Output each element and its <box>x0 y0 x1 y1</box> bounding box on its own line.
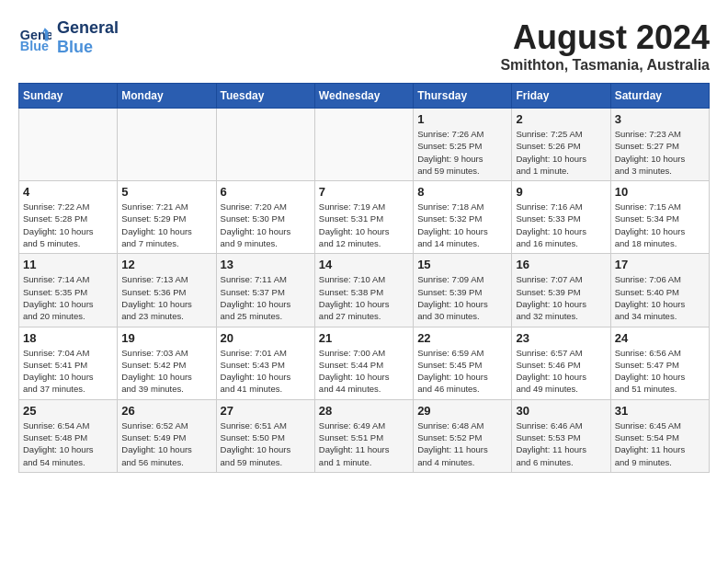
day-number: 21 <box>319 331 409 345</box>
calendar-header: SundayMondayTuesdayWednesdayThursdayFrid… <box>19 84 710 109</box>
day-info: Sunrise: 7:13 AM Sunset: 5:36 PM Dayligh… <box>121 273 211 322</box>
day-cell: 10Sunrise: 7:15 AM Sunset: 5:34 PM Dayli… <box>610 181 709 254</box>
day-info: Sunrise: 7:14 AM Sunset: 5:35 PM Dayligh… <box>23 273 113 322</box>
page-header: General Blue General Blue August 2024 Sm… <box>18 18 710 74</box>
day-cell: 20Sunrise: 7:01 AM Sunset: 5:43 PM Dayli… <box>216 327 314 399</box>
day-cell: 16Sunrise: 7:07 AM Sunset: 5:39 PM Dayli… <box>512 254 610 327</box>
day-cell <box>19 109 118 181</box>
month-title: August 2024 <box>500 18 710 57</box>
day-info: Sunrise: 7:18 AM Sunset: 5:32 PM Dayligh… <box>417 201 507 249</box>
day-info: Sunrise: 6:51 AM Sunset: 5:50 PM Dayligh… <box>221 419 311 468</box>
header-cell-monday: Monday <box>118 84 216 109</box>
day-cell: 11Sunrise: 7:14 AM Sunset: 5:35 PM Dayli… <box>19 254 118 327</box>
day-cell: 28Sunrise: 6:49 AM Sunset: 5:51 PM Dayli… <box>314 399 413 472</box>
day-info: Sunrise: 7:21 AM Sunset: 5:29 PM Dayligh… <box>121 201 211 249</box>
day-number: 22 <box>417 331 507 345</box>
day-info: Sunrise: 7:15 AM Sunset: 5:34 PM Dayligh… <box>615 201 705 249</box>
week-row-4: 18Sunrise: 7:04 AM Sunset: 5:41 PM Dayli… <box>19 327 710 399</box>
day-cell: 6Sunrise: 7:20 AM Sunset: 5:30 PM Daylig… <box>216 181 314 254</box>
day-number: 5 <box>121 185 211 199</box>
header-cell-sunday: Sunday <box>19 84 118 109</box>
day-cell <box>118 109 216 181</box>
day-info: Sunrise: 7:06 AM Sunset: 5:40 PM Dayligh… <box>615 273 705 322</box>
week-row-1: 1Sunrise: 7:26 AM Sunset: 5:25 PM Daylig… <box>19 109 710 181</box>
day-number: 20 <box>221 331 311 345</box>
day-number: 7 <box>319 185 409 199</box>
day-number: 30 <box>516 404 606 418</box>
day-info: Sunrise: 6:48 AM Sunset: 5:52 PM Dayligh… <box>417 419 507 468</box>
week-row-5: 25Sunrise: 6:54 AM Sunset: 5:48 PM Dayli… <box>19 399 710 472</box>
day-number: 8 <box>417 185 507 199</box>
day-cell <box>314 109 413 181</box>
day-number: 15 <box>417 258 507 271</box>
header-cell-tuesday: Tuesday <box>216 84 314 109</box>
day-cell: 29Sunrise: 6:48 AM Sunset: 5:52 PM Dayli… <box>414 399 512 472</box>
day-number: 12 <box>121 258 211 271</box>
day-cell: 27Sunrise: 6:51 AM Sunset: 5:50 PM Dayli… <box>216 399 314 472</box>
calendar-body: 1Sunrise: 7:26 AM Sunset: 5:25 PM Daylig… <box>19 109 710 473</box>
header-cell-wednesday: Wednesday <box>314 84 413 109</box>
day-info: Sunrise: 7:22 AM Sunset: 5:28 PM Dayligh… <box>23 201 113 249</box>
day-cell: 22Sunrise: 6:59 AM Sunset: 5:45 PM Dayli… <box>414 327 512 399</box>
header-row: SundayMondayTuesdayWednesdayThursdayFrid… <box>19 84 710 109</box>
day-info: Sunrise: 6:49 AM Sunset: 5:51 PM Dayligh… <box>319 419 409 468</box>
day-number: 10 <box>615 185 705 199</box>
logo-icon: General Blue <box>18 21 51 54</box>
day-cell: 5Sunrise: 7:21 AM Sunset: 5:29 PM Daylig… <box>118 181 216 254</box>
day-cell: 12Sunrise: 7:13 AM Sunset: 5:36 PM Dayli… <box>118 254 216 327</box>
day-cell: 26Sunrise: 6:52 AM Sunset: 5:49 PM Dayli… <box>118 399 216 472</box>
day-cell: 18Sunrise: 7:04 AM Sunset: 5:41 PM Dayli… <box>19 327 118 399</box>
day-info: Sunrise: 7:20 AM Sunset: 5:30 PM Dayligh… <box>221 201 311 249</box>
day-cell: 21Sunrise: 7:00 AM Sunset: 5:44 PM Dayli… <box>314 327 413 399</box>
day-cell: 15Sunrise: 7:09 AM Sunset: 5:39 PM Dayli… <box>414 254 512 327</box>
logo: General Blue General Blue <box>18 18 119 57</box>
day-number: 18 <box>23 331 113 345</box>
day-number: 13 <box>221 258 311 271</box>
day-number: 19 <box>121 331 211 345</box>
day-info: Sunrise: 7:03 AM Sunset: 5:42 PM Dayligh… <box>121 347 211 396</box>
day-number: 14 <box>319 258 409 271</box>
day-info: Sunrise: 7:16 AM Sunset: 5:33 PM Dayligh… <box>516 201 606 249</box>
day-info: Sunrise: 6:46 AM Sunset: 5:53 PM Dayligh… <box>516 419 606 468</box>
day-number: 25 <box>23 404 113 418</box>
day-cell: 25Sunrise: 6:54 AM Sunset: 5:48 PM Dayli… <box>19 399 118 472</box>
day-number: 31 <box>615 404 705 418</box>
day-info: Sunrise: 7:09 AM Sunset: 5:39 PM Dayligh… <box>417 273 507 322</box>
day-info: Sunrise: 6:56 AM Sunset: 5:47 PM Dayligh… <box>615 347 705 396</box>
day-info: Sunrise: 6:54 AM Sunset: 5:48 PM Dayligh… <box>23 419 113 468</box>
week-row-3: 11Sunrise: 7:14 AM Sunset: 5:35 PM Dayli… <box>19 254 710 327</box>
calendar-table: SundayMondayTuesdayWednesdayThursdayFrid… <box>18 83 710 473</box>
day-info: Sunrise: 7:23 AM Sunset: 5:27 PM Dayligh… <box>615 128 705 177</box>
day-cell: 4Sunrise: 7:22 AM Sunset: 5:28 PM Daylig… <box>19 181 118 254</box>
day-cell: 19Sunrise: 7:03 AM Sunset: 5:42 PM Dayli… <box>118 327 216 399</box>
day-info: Sunrise: 7:07 AM Sunset: 5:39 PM Dayligh… <box>516 273 606 322</box>
day-info: Sunrise: 7:19 AM Sunset: 5:31 PM Dayligh… <box>319 201 409 249</box>
day-cell: 23Sunrise: 6:57 AM Sunset: 5:46 PM Dayli… <box>512 327 610 399</box>
day-info: Sunrise: 6:57 AM Sunset: 5:46 PM Dayligh… <box>516 347 606 396</box>
day-number: 17 <box>615 258 705 271</box>
day-info: Sunrise: 7:26 AM Sunset: 5:25 PM Dayligh… <box>417 128 507 177</box>
day-cell: 14Sunrise: 7:10 AM Sunset: 5:38 PM Dayli… <box>314 254 413 327</box>
day-cell: 17Sunrise: 7:06 AM Sunset: 5:40 PM Dayli… <box>610 254 709 327</box>
day-number: 28 <box>319 404 409 418</box>
day-number: 2 <box>516 112 606 126</box>
header-cell-friday: Friday <box>512 84 610 109</box>
header-cell-thursday: Thursday <box>414 84 512 109</box>
header-cell-saturday: Saturday <box>610 84 709 109</box>
day-number: 3 <box>615 112 705 126</box>
day-info: Sunrise: 6:59 AM Sunset: 5:45 PM Dayligh… <box>417 347 507 396</box>
day-cell: 31Sunrise: 6:45 AM Sunset: 5:54 PM Dayli… <box>610 399 709 472</box>
day-cell: 30Sunrise: 6:46 AM Sunset: 5:53 PM Dayli… <box>512 399 610 472</box>
day-number: 6 <box>221 185 311 199</box>
day-number: 16 <box>516 258 606 271</box>
day-number: 9 <box>516 185 606 199</box>
day-number: 24 <box>615 331 705 345</box>
day-cell: 7Sunrise: 7:19 AM Sunset: 5:31 PM Daylig… <box>314 181 413 254</box>
logo-line1: General <box>57 18 119 38</box>
logo-line2: Blue <box>57 38 119 57</box>
week-row-2: 4Sunrise: 7:22 AM Sunset: 5:28 PM Daylig… <box>19 181 710 254</box>
day-number: 1 <box>417 112 507 126</box>
day-number: 23 <box>516 331 606 345</box>
day-number: 11 <box>23 258 113 271</box>
day-cell: 3Sunrise: 7:23 AM Sunset: 5:27 PM Daylig… <box>610 109 709 181</box>
